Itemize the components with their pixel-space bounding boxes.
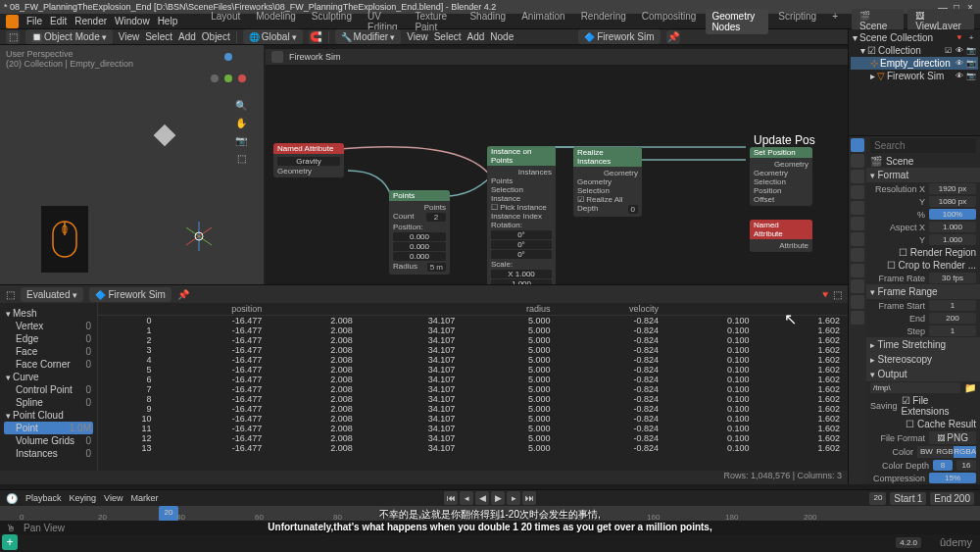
- table-row[interactable]: 2-16.4772.00834.1075.000-0.8240.1001.602: [98, 335, 848, 345]
- toolbar-object[interactable]: Object: [202, 31, 230, 42]
- tab-animation[interactable]: Animation: [515, 9, 570, 34]
- jump-end-icon[interactable]: ⏭: [522, 491, 536, 505]
- modifier-dropdown[interactable]: 🔧 Modifier ▾: [335, 29, 402, 44]
- column-header[interactable]: [666, 303, 757, 316]
- menu-window[interactable]: Window: [115, 16, 150, 26]
- column-header[interactable]: [361, 303, 463, 316]
- node-named-attribute[interactable]: Named Attribute Gravity Geometry: [273, 143, 344, 177]
- table-row[interactable]: 12-16.4772.00834.1075.000-0.8240.1001.60…: [98, 433, 848, 443]
- render-region-check[interactable]: ☐ Render Region: [899, 247, 976, 258]
- tree-item[interactable]: Face Corner0: [4, 358, 93, 371]
- file-ext-check[interactable]: ☑ File Extensions: [902, 395, 976, 417]
- compression-field[interactable]: 15%: [929, 473, 976, 483]
- output-tab-icon[interactable]: [851, 154, 864, 168]
- constraint-tab-icon[interactable]: [851, 279, 864, 293]
- tab-texture[interactable]: Texture Paint: [409, 9, 460, 34]
- empty-direction[interactable]: Empty_direction: [880, 58, 953, 69]
- column-header[interactable]: [98, 303, 159, 316]
- node-named-attribute-2[interactable]: Named Attribute Attribute: [750, 220, 812, 252]
- frame-step-field[interactable]: 1: [929, 326, 976, 336]
- filter-icon[interactable]: 🔻: [819, 289, 831, 300]
- crop-check[interactable]: ☐ Crop to Render ...: [887, 260, 976, 271]
- play-icon[interactable]: ▶: [491, 491, 505, 505]
- color-bw[interactable]: BW: [917, 446, 936, 458]
- physics-tab-icon[interactable]: [851, 264, 864, 277]
- modifier-tab-icon[interactable]: [851, 232, 864, 246]
- node-editor-icon[interactable]: [271, 51, 283, 63]
- play-rev-icon[interactable]: ◀: [475, 491, 489, 505]
- world-tab-icon[interactable]: [851, 201, 864, 215]
- tree-item[interactable]: Point1.0M: [4, 422, 93, 434]
- collapse-icon[interactable]: ▾: [853, 32, 858, 43]
- table-row[interactable]: 3-16.4772.00834.1075.000-0.8240.1001.602: [98, 345, 848, 355]
- add-button[interactable]: +: [2, 534, 18, 550]
- table-row[interactable]: 9-16.4772.00834.1075.000-0.8240.1001.602: [98, 404, 848, 414]
- table-row[interactable]: 11-16.4772.00834.1075.000-0.8240.1001.60…: [98, 424, 848, 433]
- key-next-icon[interactable]: ▸: [507, 491, 520, 505]
- depth-8[interactable]: 8: [933, 460, 953, 471]
- selection-icon[interactable]: ⬚: [833, 289, 842, 300]
- table-row[interactable]: 0-16.4772.00834.1075.000-0.8240.1001.602: [98, 316, 848, 326]
- tree-item[interactable]: Vertex0: [4, 320, 93, 332]
- color-rgba[interactable]: RGBA: [954, 446, 976, 458]
- column-header[interactable]: position: [159, 303, 270, 316]
- toolbar-view2[interactable]: View: [407, 31, 428, 42]
- jump-start-icon[interactable]: ⏮: [444, 491, 458, 505]
- format-panel[interactable]: ▾ Format: [866, 168, 980, 182]
- tree-item[interactable]: Instances0: [4, 447, 93, 460]
- frame-range-panel[interactable]: ▾ Frame Range: [866, 284, 980, 299]
- tab-layout[interactable]: Layout: [205, 9, 246, 34]
- frame-end-field[interactable]: 200: [929, 313, 976, 324]
- axis-y-icon[interactable]: [224, 75, 232, 82]
- menu-render[interactable]: Render: [74, 16, 107, 26]
- firework-sim-obj[interactable]: Firework Sim: [887, 71, 953, 81]
- snap-icon[interactable]: 🧲: [309, 30, 322, 44]
- res-y-field[interactable]: 1080 px: [929, 196, 976, 207]
- frame-start-field[interactable]: 1: [929, 300, 976, 311]
- toolbar-add[interactable]: Add: [178, 31, 196, 42]
- toolbar-view[interactable]: View: [119, 31, 140, 42]
- cube-object[interactable]: [154, 125, 176, 147]
- editor-type-icon[interactable]: ⬚: [6, 30, 20, 44]
- table-row[interactable]: 4-16.4772.00834.1075.000-0.8240.1001.602: [98, 355, 848, 365]
- aspect-x-field[interactable]: 1.000: [929, 222, 976, 232]
- new-icon[interactable]: +: [966, 33, 976, 42]
- tab-add[interactable]: +: [826, 9, 844, 34]
- file-format-field[interactable]: 🖼 PNG: [929, 431, 976, 444]
- current-frame-field[interactable]: 20: [869, 492, 886, 505]
- node-points[interactable]: Points Points Count2 Position: 0.000 0.0…: [389, 190, 450, 275]
- pin-icon[interactable]: 📌: [177, 289, 189, 300]
- column-header[interactable]: [757, 303, 848, 316]
- search-input[interactable]: [870, 138, 976, 153]
- node-realize-instances[interactable]: Realize Instances Geometry Geometry Sele…: [573, 147, 642, 217]
- table-row[interactable]: 6-16.4772.00834.1075.000-0.8240.1001.602: [98, 375, 848, 384]
- tree-item[interactable]: Volume Grids0: [4, 434, 93, 447]
- object-tab-icon[interactable]: [851, 217, 864, 230]
- column-header[interactable]: velocity: [559, 303, 666, 316]
- timeline-icon[interactable]: 🕐: [6, 493, 18, 504]
- timeline-keying[interactable]: Keying: [70, 493, 97, 503]
- table-row[interactable]: 8-16.4772.00834.1075.000-0.8240.1001.602: [98, 394, 848, 404]
- firework-sim-field[interactable]: 🔷 Firework Sim: [578, 29, 660, 44]
- node-attr-name[interactable]: Gravity: [277, 157, 340, 166]
- timeline-view[interactable]: View: [104, 493, 122, 503]
- tree-item[interactable]: Edge0: [4, 332, 93, 345]
- exclude-icon[interactable]: ☑: [943, 46, 953, 55]
- output-path-field[interactable]: /tmp\: [870, 382, 960, 393]
- table-row[interactable]: 13-16.4772.00834.1075.000-0.8240.1001.60…: [98, 443, 848, 453]
- output-panel[interactable]: ▾ Output: [866, 367, 980, 381]
- column-header[interactable]: radius: [463, 303, 558, 316]
- aspect-y-field[interactable]: 1.000: [929, 234, 976, 245]
- spreadsheet-icon[interactable]: ⬚: [6, 289, 15, 300]
- 3d-viewport[interactable]: User Perspective (20) Collection | Empty…: [0, 45, 265, 284]
- axis-z-icon[interactable]: [224, 53, 232, 61]
- res-percent-field[interactable]: 100%: [929, 209, 976, 220]
- table-row[interactable]: 1-16.4772.00834.1075.000-0.8240.1001.602: [98, 326, 848, 335]
- collection[interactable]: Collection: [878, 45, 941, 56]
- tab-shading[interactable]: Shading: [464, 9, 512, 34]
- browse-icon[interactable]: 📁: [964, 382, 976, 393]
- tree-item[interactable]: Spline0: [4, 396, 93, 409]
- menu-help[interactable]: Help: [158, 16, 178, 26]
- color-rgb[interactable]: RGB: [936, 446, 955, 458]
- pin-icon[interactable]: 📌: [666, 30, 680, 44]
